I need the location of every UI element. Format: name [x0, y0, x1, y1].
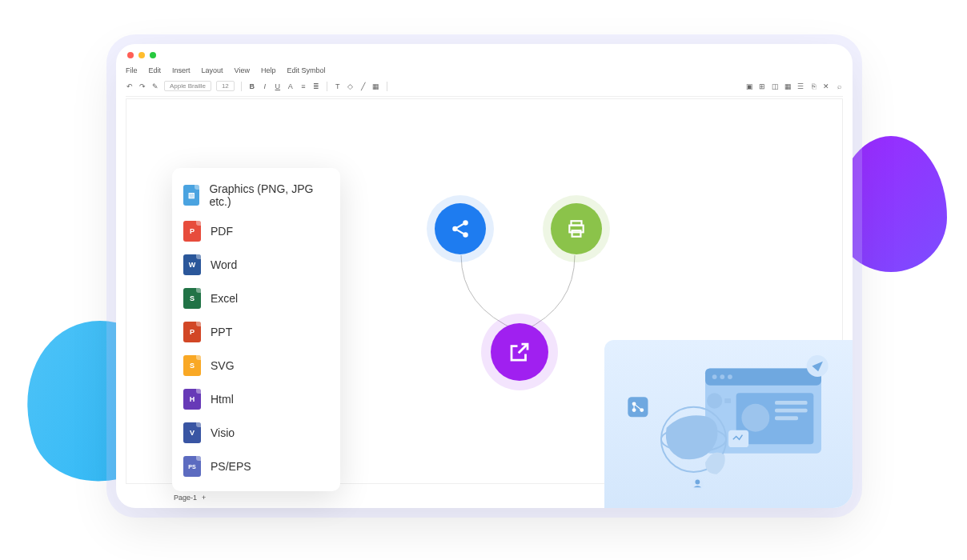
export-html-label: Html: [211, 393, 234, 406]
word-file-icon: W: [183, 254, 201, 275]
print-node[interactable]: [551, 203, 602, 254]
export-ppt-label: PPT: [211, 326, 232, 338]
close-button[interactable]: [127, 52, 134, 58]
export-ps-eps-label: PS/EPS: [211, 460, 251, 473]
maximize-button[interactable]: [150, 52, 156, 58]
svg-point-27: [695, 480, 700, 485]
export-html[interactable]: H Html: [172, 382, 340, 416]
preview-illustration: [619, 354, 838, 494]
svg-point-0: [463, 220, 468, 226]
svg-point-1: [452, 226, 458, 232]
line-icon[interactable]: ╱: [359, 82, 367, 90]
bold-icon[interactable]: B: [248, 82, 256, 90]
svg-rect-17: [724, 398, 731, 403]
printer-icon: [566, 218, 587, 239]
export-svg-label: SVG: [211, 359, 235, 372]
export-svg[interactable]: S SVG: [172, 349, 340, 382]
visio-file-icon: V: [183, 422, 201, 443]
font-size-selector[interactable]: 12: [216, 81, 235, 91]
preview-card: [604, 340, 853, 508]
share-icon: [450, 218, 471, 239]
settings-icon[interactable]: ✕: [822, 82, 830, 90]
grid-icon[interactable]: ▦: [784, 82, 792, 90]
export-excel-label: Excel: [211, 292, 238, 305]
menu-file[interactable]: File: [126, 66, 138, 74]
page-tab-1[interactable]: Page-1: [174, 494, 197, 502]
chart-icon[interactable]: ◫: [771, 82, 779, 90]
image-icon[interactable]: ▣: [745, 82, 753, 90]
export-icon: [508, 340, 532, 364]
menu-edit-symbol[interactable]: Edit Symbol: [287, 66, 325, 74]
align-left-icon[interactable]: ≡: [299, 82, 307, 90]
format-painter-icon[interactable]: ✎: [151, 82, 159, 90]
svg-point-9: [720, 374, 724, 379]
redo-icon[interactable]: ↷: [138, 82, 146, 90]
table-icon[interactable]: ⊞: [758, 82, 766, 90]
svg-point-12: [741, 404, 769, 432]
underline-icon[interactable]: U: [274, 82, 282, 90]
menu-help[interactable]: Help: [261, 66, 276, 74]
menu-edit[interactable]: Edit: [149, 66, 162, 74]
font-color-icon[interactable]: A: [287, 82, 295, 90]
fill-icon[interactable]: ◇: [347, 82, 355, 90]
add-page-button[interactable]: +: [202, 494, 206, 502]
export-visio[interactable]: V Visio: [172, 416, 340, 450]
text-box-icon[interactable]: T: [334, 82, 342, 90]
menu-view[interactable]: View: [235, 66, 250, 74]
export-pdf-label: PDF: [211, 225, 233, 238]
export-graphics[interactable]: ▧ Graphics (PNG, JPG etc.): [172, 176, 340, 214]
toolbar: ↶ ↷ ✎ Apple Braille 12 B I U A ≡ ≣ T ◇ ╱…: [126, 81, 843, 97]
page-tabs: Page-1 +: [174, 494, 206, 502]
excel-file-icon: S: [183, 288, 201, 309]
svg-rect-13: [775, 401, 808, 405]
font-selector[interactable]: Apple Braille: [164, 81, 211, 91]
export-node[interactable]: [491, 323, 548, 381]
search-icon[interactable]: ⌕: [835, 82, 843, 90]
svg-rect-15: [775, 416, 798, 420]
export-ps-eps[interactable]: PS PS/EPS: [172, 450, 340, 483]
export-word-label: Word: [211, 258, 237, 271]
undo-icon[interactable]: ↶: [126, 82, 134, 90]
html-file-icon: H: [183, 389, 201, 410]
link-icon[interactable]: ⎘: [809, 82, 817, 90]
shadow-icon[interactable]: ▦: [372, 82, 380, 90]
menu-bar: File Edit Insert Layout View Help Edit S…: [126, 66, 325, 74]
svg-file-icon: S: [183, 355, 201, 376]
italic-icon[interactable]: I: [261, 82, 269, 90]
align-center-icon[interactable]: ≣: [312, 82, 320, 90]
image-file-icon: ▧: [183, 185, 199, 206]
share-node[interactable]: [435, 203, 486, 254]
svg-rect-14: [775, 409, 808, 413]
export-format-menu: ▧ Graphics (PNG, JPG etc.) P PDF W Word …: [172, 168, 340, 491]
clipboard-icon[interactable]: ☰: [796, 82, 804, 90]
menu-insert[interactable]: Insert: [172, 66, 191, 74]
svg-point-8: [712, 374, 717, 379]
ps-file-icon: PS: [183, 456, 201, 477]
menu-layout[interactable]: Layout: [202, 66, 223, 74]
svg-point-10: [728, 374, 732, 379]
export-graphics-label: Graphics (PNG, JPG etc.): [209, 182, 329, 208]
minimize-button[interactable]: [138, 52, 145, 58]
svg-point-16: [707, 393, 722, 408]
svg-point-2: [463, 232, 468, 238]
ppt-file-icon: P: [183, 322, 201, 342]
export-word[interactable]: W Word: [172, 248, 340, 282]
window-controls: [127, 52, 156, 58]
export-pdf[interactable]: P PDF: [172, 214, 340, 248]
export-excel[interactable]: S Excel: [172, 282, 340, 315]
export-ppt[interactable]: P PPT: [172, 315, 340, 349]
export-visio-label: Visio: [211, 426, 235, 439]
pdf-file-icon: P: [183, 221, 201, 242]
